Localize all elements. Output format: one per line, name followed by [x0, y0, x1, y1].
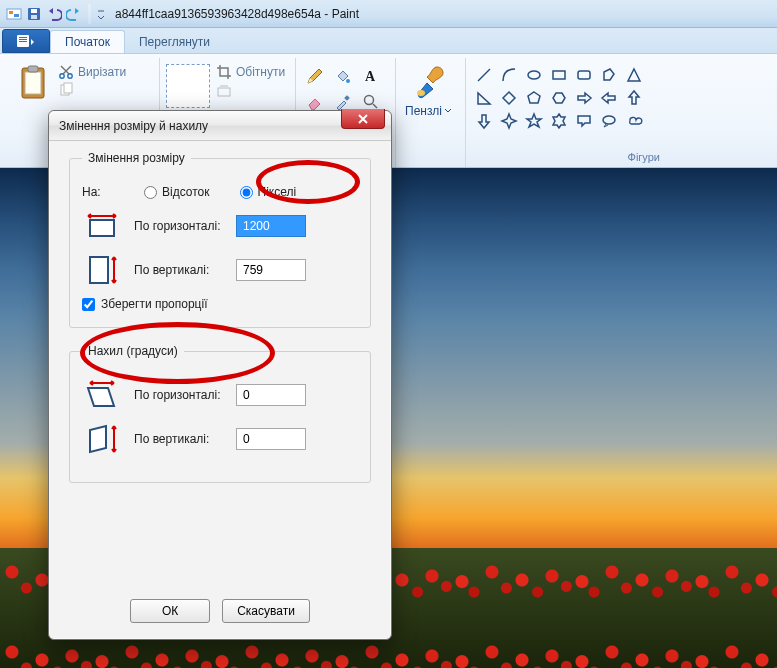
shape-5star-icon[interactable] [522, 110, 546, 132]
svg-point-22 [417, 90, 425, 96]
qat-redo-icon[interactable] [66, 6, 82, 22]
dialog-close-button[interactable] [341, 109, 385, 129]
shape-roundrect-icon[interactable] [572, 64, 596, 86]
copy-button [58, 82, 126, 98]
clipboard-icon [18, 64, 48, 100]
svg-rect-7 [19, 37, 27, 38]
qat-undo-icon[interactable] [46, 6, 62, 22]
brush-icon [409, 63, 449, 103]
crop-button[interactable]: Обітнути [216, 64, 285, 80]
svg-point-18 [346, 79, 350, 83]
keep-aspect-label: Зберегти пропорції [101, 297, 207, 311]
file-menu-button[interactable] [2, 29, 50, 53]
select-rect-icon [166, 64, 210, 108]
qat-separator [88, 4, 91, 24]
qat-save-icon[interactable] [26, 6, 42, 22]
shape-triangle-icon[interactable] [622, 64, 646, 86]
shape-rect-icon[interactable] [547, 64, 571, 86]
skew-h-input[interactable] [236, 384, 306, 406]
cut-button[interactable]: Вирізати [58, 64, 126, 80]
pencil-icon [306, 67, 324, 85]
app-icon [6, 6, 22, 22]
cut-label: Вирізати [78, 65, 126, 79]
crop-label: Обітнути [236, 65, 285, 79]
by-label: На: [82, 185, 132, 199]
text-tool[interactable]: A [358, 64, 384, 88]
shape-6star-icon[interactable] [547, 110, 571, 132]
shapes-group-label: Фігури [466, 151, 666, 163]
shape-oval-icon[interactable] [522, 64, 546, 86]
shape-right-triangle-icon[interactable] [472, 87, 496, 109]
qat-customize-icon[interactable] [97, 6, 105, 22]
skew-horizontal-icon [82, 378, 122, 412]
svg-rect-24 [553, 71, 565, 79]
skew-v-input[interactable] [236, 428, 306, 450]
pencil-tool[interactable] [302, 64, 328, 88]
dialog-title: Змінення розміру й нахилу [59, 119, 208, 133]
window-title: a844ff1caa9136593963428d498e654a - Paint [115, 7, 359, 21]
shape-diamond-icon[interactable] [497, 87, 521, 109]
shape-hexagon-icon[interactable] [547, 87, 571, 109]
shape-callout-cloud-icon[interactable] [622, 110, 646, 132]
keep-aspect-row[interactable]: Зберегти пропорції [82, 297, 358, 311]
shape-arrow-down-icon[interactable] [472, 110, 496, 132]
svg-rect-4 [31, 9, 37, 13]
skew-legend: Нахил (градуси) [82, 344, 184, 358]
shapes-gallery[interactable] [472, 60, 656, 132]
fill-tool[interactable] [330, 64, 356, 88]
keep-aspect-checkbox[interactable] [82, 298, 95, 311]
shape-arrow-up-icon[interactable] [622, 87, 646, 109]
skew-h-label: По горизонталі: [134, 388, 224, 402]
eraser-icon [306, 93, 324, 111]
resize-horizontal-icon [82, 209, 122, 243]
resize-icon [216, 82, 232, 98]
shape-curve-icon[interactable] [497, 64, 521, 86]
skew-v-label: По вертикалі: [134, 432, 224, 446]
title-bar: a844ff1caa9136593963428d498e654a - Paint [0, 0, 777, 28]
svg-rect-27 [90, 220, 114, 236]
text-icon: A [362, 67, 380, 85]
radio-pixels-label: Пікселі [258, 185, 297, 199]
svg-rect-17 [218, 88, 230, 96]
svg-rect-11 [25, 72, 41, 94]
shape-polygon-icon[interactable] [597, 64, 621, 86]
scissors-icon [58, 64, 74, 80]
radio-pixels[interactable]: Пікселі [240, 185, 297, 199]
svg-text:A: A [365, 69, 376, 84]
svg-rect-12 [28, 66, 38, 72]
skew-fieldset: Нахил (градуси) По горизонталі: По верти… [69, 344, 371, 483]
resize-button [216, 82, 285, 98]
tab-view[interactable]: Переглянути [125, 31, 224, 53]
ok-button[interactable]: ОК [130, 599, 210, 623]
svg-rect-25 [578, 71, 590, 79]
brushes-button[interactable]: Пензлі [402, 60, 455, 118]
shape-arrow-left-icon[interactable] [597, 87, 621, 109]
group-shapes: Фігури [466, 58, 666, 167]
shape-4star-icon[interactable] [497, 110, 521, 132]
svg-rect-9 [19, 41, 27, 42]
cancel-button[interactable]: Скасувати [222, 599, 310, 623]
dialog-titlebar[interactable]: Змінення розміру й нахилу [49, 111, 391, 141]
svg-rect-28 [90, 257, 108, 283]
shape-arrow-right-icon[interactable] [572, 87, 596, 109]
ribbon-tabs: Початок Переглянути [0, 28, 777, 54]
radio-pixels-input[interactable] [240, 186, 253, 199]
shape-pentagon-icon[interactable] [522, 87, 546, 109]
horizontal-input[interactable] [236, 215, 306, 237]
resize-vertical-icon [82, 253, 122, 287]
svg-rect-8 [19, 39, 27, 40]
svg-rect-2 [14, 14, 19, 17]
svg-rect-5 [31, 15, 37, 19]
radio-percent-input[interactable] [144, 186, 157, 199]
vertical-input[interactable] [236, 259, 306, 281]
select-button[interactable] [166, 60, 210, 110]
radio-percent[interactable]: Відсоток [144, 185, 210, 199]
resize-skew-dialog: Змінення розміру й нахилу Змінення розмі… [48, 110, 392, 640]
shape-callout-rect-icon[interactable] [572, 110, 596, 132]
shape-callout-oval-icon[interactable] [597, 110, 621, 132]
svg-rect-16 [64, 83, 72, 93]
shape-line-icon[interactable] [472, 64, 496, 86]
radio-percent-label: Відсоток [162, 185, 210, 199]
bucket-icon [334, 67, 352, 85]
tab-home[interactable]: Початок [50, 30, 125, 53]
